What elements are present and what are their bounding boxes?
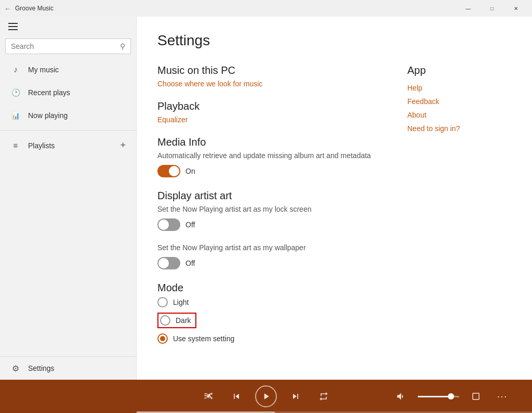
sidebar-item-settings[interactable]: ⚙ Settings: [0, 356, 136, 380]
wallpaper-toggle[interactable]: [157, 257, 180, 269]
minimize-button[interactable]: —: [456, 0, 480, 17]
volume-fill: [418, 396, 451, 397]
playback-title: Playback: [157, 100, 387, 112]
settings-layout: Music on this PC Choose where we look fo…: [157, 64, 511, 349]
player-controls: [199, 385, 333, 407]
dark-label: Dark: [176, 316, 191, 325]
nav-divider: [0, 130, 136, 131]
sidebar-item-recent-plays[interactable]: 🕐 Recent plays: [0, 81, 136, 104]
playlists-label: Playlists: [28, 141, 55, 150]
settings-right: App Help Feedback About Need to sign in?: [407, 64, 511, 349]
gear-icon: ⚙: [10, 363, 21, 373]
lock-screen-toggle-row: Off: [157, 218, 387, 231]
choose-location-link[interactable]: Choose where we look for music: [157, 80, 387, 88]
about-link[interactable]: About: [407, 111, 511, 119]
mode-light-option[interactable]: Light: [157, 297, 387, 307]
sidebar-item-label: Recent plays: [28, 88, 70, 97]
feedback-link[interactable]: Feedback: [407, 97, 511, 106]
content-area: ⚲ ♪ My music 🕐 Recent plays 📊 Now playin…: [0, 17, 532, 380]
play-button[interactable]: [255, 385, 277, 407]
prev-button[interactable]: [227, 387, 246, 406]
settings-left: Music on this PC Choose where we look fo…: [157, 64, 387, 349]
volume-button[interactable]: [392, 387, 410, 406]
player-bar: ⋯: [0, 380, 532, 413]
sidebar-header: [0, 17, 136, 36]
radio-fill: [160, 336, 165, 341]
light-radio[interactable]: [157, 297, 168, 307]
volume-track: [418, 396, 459, 397]
sidebar-item-label: Now playing: [28, 111, 68, 120]
more-options-button[interactable]: ⋯: [493, 387, 511, 406]
wallpaper-desc: Set the Now Playing artist art as my wal…: [157, 243, 387, 252]
close-button[interactable]: ✕: [504, 0, 528, 17]
media-info-desc: Automatically retrieve and update missin…: [157, 151, 387, 160]
app-title: Groove Music: [15, 5, 54, 12]
music-on-pc-section: Music on this PC Choose where we look fo…: [157, 64, 387, 88]
system-label: Use system setting: [173, 334, 234, 343]
help-link[interactable]: Help: [407, 84, 511, 92]
search-bar[interactable]: ⚲: [5, 38, 131, 54]
search-input[interactable]: [11, 42, 116, 50]
playlist-icon: ≡: [10, 140, 21, 151]
media-info-toggle-label: On: [185, 167, 195, 175]
mode-title: Mode: [157, 282, 387, 294]
main-content: Settings Music on this PC Choose where w…: [137, 17, 532, 380]
mode-section: Mode Light Dark: [157, 282, 387, 344]
shuffle-button[interactable]: [199, 387, 218, 406]
music-note-icon: ♪: [10, 64, 21, 75]
display-artist-title: Display artist art: [157, 190, 387, 202]
clock-icon: 🕐: [10, 87, 21, 98]
player-right-controls: ⋯: [392, 387, 511, 406]
hamburger-icon[interactable]: [8, 23, 18, 30]
settings-label: Settings: [28, 364, 55, 372]
mode-system-option[interactable]: Use system setting: [157, 333, 387, 344]
app-section-title: App: [407, 64, 511, 76]
lock-screen-desc: Set the Now Playing artist art as my loc…: [157, 205, 387, 213]
music-on-pc-title: Music on this PC: [157, 64, 387, 76]
app-body: ⚲ ♪ My music 🕐 Recent plays 📊 Now playin…: [0, 17, 532, 413]
sidebar-item-my-music[interactable]: ♪ My music: [0, 58, 136, 81]
media-info-toggle[interactable]: [157, 165, 180, 177]
display-artist-art-section: Display artist art Set the Now Playing a…: [157, 190, 387, 269]
toggle-knob: [158, 258, 169, 268]
titlebar-controls: — □ ✕: [456, 0, 528, 17]
dark-radio[interactable]: [160, 315, 170, 326]
light-label: Light: [173, 298, 189, 306]
sidebar-spacer: [0, 157, 136, 356]
sidebar-item-now-playing[interactable]: 📊 Now playing: [0, 104, 136, 127]
mini-player-button[interactable]: [467, 387, 485, 406]
titlebar: ← Groove Music — □ ✕: [0, 0, 532, 17]
wallpaper-toggle-label: Off: [185, 259, 195, 267]
wallpaper-toggle-row: Off: [157, 257, 387, 269]
system-radio[interactable]: [157, 333, 168, 344]
equalizer-link[interactable]: Equalizer: [157, 115, 387, 124]
volume-thumb[interactable]: [448, 393, 454, 399]
media-info-toggle-row: On: [157, 165, 387, 177]
maximize-button[interactable]: □: [480, 0, 504, 17]
sidebar: ⚲ ♪ My music 🕐 Recent plays 📊 Now playin…: [0, 17, 137, 380]
repeat-button[interactable]: [314, 387, 333, 406]
sidebar-item-label: My music: [28, 66, 59, 74]
page-title: Settings: [157, 32, 511, 49]
add-playlist-button[interactable]: +: [120, 140, 126, 151]
search-icon: ⚲: [120, 42, 125, 50]
media-info-section: Media Info Automatically retrieve and up…: [157, 136, 387, 177]
sidebar-item-playlists[interactable]: ≡ Playlists +: [0, 134, 136, 157]
lock-toggle-label: Off: [185, 221, 195, 229]
next-button[interactable]: [286, 387, 305, 406]
titlebar-left: ← Groove Music: [4, 5, 54, 12]
back-icon[interactable]: ←: [4, 5, 11, 12]
volume-slider[interactable]: [418, 396, 459, 397]
toggle-knob: [158, 220, 169, 230]
sign-in-link[interactable]: Need to sign in?: [407, 124, 511, 133]
toggle-knob: [169, 166, 179, 176]
playback-section: Playback Equalizer: [157, 100, 387, 124]
lock-screen-toggle[interactable]: [157, 218, 180, 231]
playlists-left: ≡ Playlists: [10, 140, 55, 151]
media-info-title: Media Info: [157, 136, 387, 148]
mode-dark-option[interactable]: Dark: [157, 313, 196, 328]
bars-icon: 📊: [10, 110, 21, 121]
